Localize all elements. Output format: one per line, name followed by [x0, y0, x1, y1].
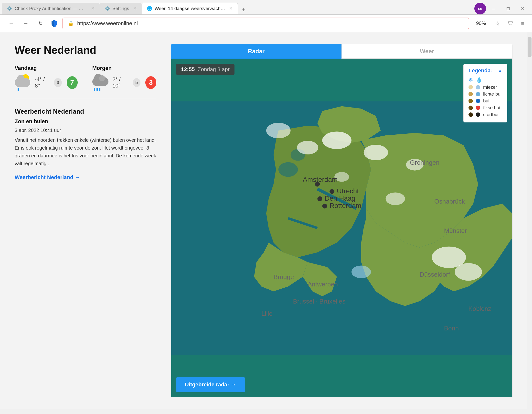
legend-item-fikse: fikse bui: [468, 105, 502, 110]
svg-text:Lille: Lille: [261, 310, 273, 317]
address-bar[interactable]: 🔒 https://www.weeronline.nl: [63, 18, 469, 29]
today-label: Vandaag: [15, 65, 78, 71]
browser-profile[interactable]: ∞: [474, 3, 486, 14]
cloud-body: [15, 78, 30, 87]
today-weather-icon: [15, 74, 30, 91]
svg-text:Düsseldorf: Düsseldorf: [420, 271, 450, 278]
scrollbar-thumb[interactable]: [528, 37, 532, 57]
legend-label-lichte: lichte bui: [483, 91, 501, 97]
close-button[interactable]: ✕: [515, 3, 530, 14]
tab2-close[interactable]: ✕: [133, 6, 137, 11]
weerbericht-link[interactable]: Weerbericht Nederland →: [15, 174, 156, 181]
tomorrow-weather-icon: [92, 74, 108, 91]
svg-point-22: [330, 189, 334, 194]
weerbericht-subtitle[interactable]: Zon en buien: [15, 118, 156, 125]
tab-weeronline[interactable]: 🌐 Weer, 14 daagse weersverwach… ✕: [142, 3, 238, 14]
bookmark-button[interactable]: ☆: [493, 18, 502, 29]
today-precip-badge: 3: [54, 78, 62, 87]
svg-point-17: [455, 263, 482, 281]
legend-dot-snow-fikse: [468, 106, 473, 110]
timestamp-date: Zondag 3 apr: [198, 66, 230, 73]
weather-tomorrow: Morgen: [92, 65, 156, 91]
radar-map[interactable]: Den Haag Utrecht Amsterdam Rotterdam Bru…: [171, 59, 512, 397]
radar-btn-label: Uitgebreide radar →: [185, 381, 236, 388]
tab2-label: Settings: [112, 6, 129, 11]
today-temp: -4° / 8°: [35, 76, 49, 89]
radar-tab-radar[interactable]: Radar: [171, 44, 341, 59]
forward-button[interactable]: →: [21, 18, 31, 29]
browser-shield-icon: [50, 19, 59, 28]
page-title: Weer Nederland: [15, 44, 156, 56]
rain-drops: [18, 88, 19, 91]
left-panel: Weer Nederland Vandaag: [15, 44, 156, 397]
rain-icon: 💧: [476, 77, 482, 83]
tab2-icon: ⚙️: [105, 6, 110, 11]
legend-dot-snow-storm: [468, 112, 473, 117]
legend-dot-snow-bui: [468, 99, 473, 103]
svg-point-26: [322, 204, 327, 208]
lock-icon: 🔒: [67, 20, 75, 27]
svg-point-10: [322, 131, 351, 149]
tab1-icon: ⚙️: [7, 6, 12, 11]
tab-check-proxy[interactable]: ⚙️ Check Proxy Authentication — Web ✕: [2, 3, 100, 14]
tab1-label: Check Proxy Authentication — Web: [15, 6, 87, 11]
window-controls: ∞ – □ ✕: [474, 3, 530, 14]
svg-text:Rotterdam: Rotterdam: [330, 202, 361, 209]
svg-text:Koblenz: Koblenz: [468, 305, 491, 312]
vertical-scrollbar[interactable]: [527, 32, 532, 409]
svg-point-8: [278, 162, 298, 177]
tab1-close[interactable]: ✕: [91, 6, 95, 11]
timestamp-time: 12:55: [181, 66, 195, 73]
menu-button[interactable]: ≡: [519, 18, 526, 29]
legend-dot-snow-lichte: [468, 92, 473, 96]
tab3-close[interactable]: ✕: [229, 6, 233, 11]
page-main: Weer Nederland Vandaag: [0, 32, 527, 409]
svg-point-19: [266, 123, 291, 138]
legend-label-fikse: fikse bui: [483, 105, 500, 110]
svg-point-12: [364, 145, 388, 160]
cloud-puff: [17, 75, 24, 82]
svg-text:Brussel · Bruxelles: Brussel · Bruxelles: [293, 298, 346, 305]
minimize-button[interactable]: –: [486, 3, 501, 14]
today-info-row: -4° / 8° 3 7: [15, 74, 78, 91]
weather-days-row: Vandaag: [15, 65, 156, 91]
zoom-level: 90%: [473, 21, 489, 26]
legend-dot-rain-fikse: [476, 106, 480, 110]
svg-point-11: [297, 141, 319, 154]
legend-dot-rain-bui: [476, 99, 480, 103]
legend-item-bui: bui: [468, 98, 502, 104]
weerbericht-section: Weerbericht Nederland Zon en buien 3 apr…: [15, 99, 156, 181]
svg-text:Den Haag: Den Haag: [325, 195, 355, 202]
rain-drop: [18, 88, 19, 91]
horizontal-scrollbar[interactable]: [0, 409, 532, 414]
refresh-button[interactable]: ↻: [35, 18, 46, 29]
radar-tab-weer[interactable]: Weer: [341, 44, 512, 59]
svg-point-20: [317, 196, 322, 201]
security-button[interactable]: 🛡: [506, 18, 515, 29]
new-tab-button[interactable]: +: [238, 5, 250, 14]
legend-toggle[interactable]: ▲: [498, 68, 502, 73]
legend-title: Legenda:: [468, 67, 492, 74]
weerbericht-date: 3 apr. 2022 10:41 uur: [15, 128, 156, 133]
legend-dot-snow-miezer: [468, 85, 473, 89]
legend-box: Legenda: ▲ ❄ 💧 miezer: [463, 64, 507, 122]
radar-panel: Radar Weer: [171, 44, 512, 397]
tab-settings[interactable]: ⚙️ Settings ✕: [100, 3, 142, 14]
legend-item-lichte: lichte bui: [468, 91, 502, 97]
page-body: Weer Nederland Vandaag: [0, 32, 532, 409]
back-button[interactable]: ←: [6, 18, 17, 29]
weather-today: Vandaag: [15, 65, 78, 91]
tomorrow-uv-badge: 3: [145, 76, 156, 89]
tomorrow-precip-badge: 5: [133, 78, 140, 87]
snow-icon: ❄: [468, 77, 473, 83]
legend-icons-row: ❄ 💧: [468, 77, 502, 83]
url-text: https://www.weeronline.nl: [77, 20, 138, 27]
maximize-button[interactable]: □: [501, 3, 515, 14]
uitgebreide-radar-button[interactable]: Uitgebreide radar →: [176, 377, 245, 392]
svg-text:Groningen: Groningen: [410, 159, 439, 166]
weather-days-section: Vandaag: [15, 65, 156, 99]
legend-label-stortbui: stortbui: [483, 112, 498, 117]
svg-text:Bonn: Bonn: [444, 325, 459, 332]
tab3-icon: 🌐: [147, 6, 152, 11]
svg-text:Utrecht: Utrecht: [337, 187, 359, 195]
